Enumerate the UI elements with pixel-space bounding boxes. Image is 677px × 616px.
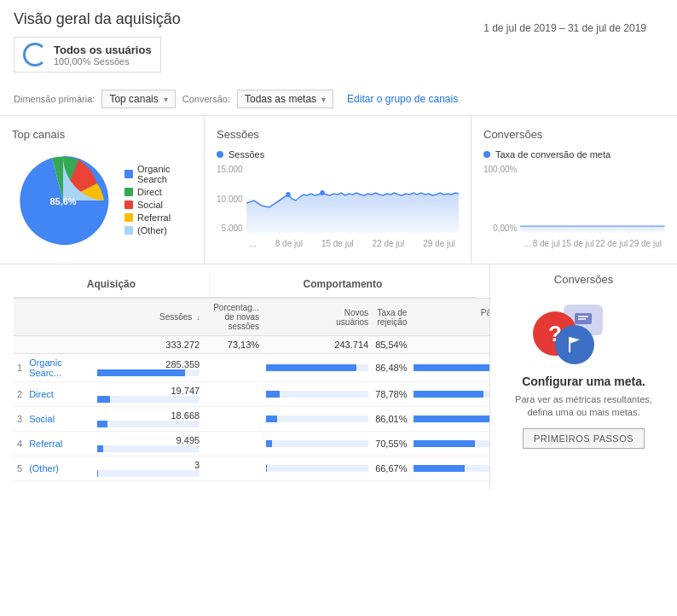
- conv-svg: [520, 165, 665, 233]
- total-new-users: 243.714: [263, 336, 372, 354]
- conv-x-labels: ...8 de jul15 de jul22 de jul29 de jul: [520, 239, 665, 248]
- total-sessions: 333.272: [94, 336, 203, 354]
- segment-circle: [23, 43, 47, 67]
- channel-link-5[interactable]: (Other): [29, 463, 59, 474]
- col-new-users: Novosusuários: [263, 299, 372, 336]
- conv-y-top: 100,00%: [483, 165, 517, 174]
- col-channel: [26, 299, 94, 336]
- row5-pct-new: [203, 456, 263, 481]
- table-row: 5 (Other) 3 66,67%: [14, 456, 489, 481]
- col-pct-new: Porcentag...de novassessões: [203, 299, 263, 336]
- sessoes-x-labels: ...8 de jul15 de jul22 de jul29 de jul: [246, 239, 459, 248]
- row2-new-users: [263, 382, 372, 407]
- row5-rank: 5: [14, 456, 26, 481]
- data-table: Sessões ↓ Porcentag...de novassessões No…: [14, 298, 489, 481]
- page-title: Visão geral da aquisição: [14, 10, 181, 28]
- table-row: 3 Social 18.668 86,01%: [14, 407, 489, 432]
- sessoes-legend-dot: [217, 151, 223, 158]
- flag-icon: [555, 325, 594, 364]
- row3-channel: Social: [26, 407, 94, 432]
- channel-link-4[interactable]: Referral: [29, 439, 62, 449]
- pie-chart: 85,6%: [12, 149, 114, 252]
- row1-rank: 1: [14, 354, 26, 382]
- row4-bounce: 70,55%: [372, 432, 410, 456]
- svg-point-2: [320, 190, 324, 195]
- data-section: Aquisição Comportamento Sessões ↓ Porcen…: [0, 264, 677, 490]
- row2-rank: 2: [14, 382, 26, 407]
- primeiros-passos-button[interactable]: PRIMEIROS PASSOS: [523, 428, 645, 449]
- conversions-panel: Conversões ?: [489, 264, 677, 490]
- col-pages: Páginas /sessão: [410, 299, 489, 336]
- user-segment[interactable]: Todos os usuários 100,00% Sessões: [14, 37, 161, 73]
- channel-link-3[interactable]: Social: [29, 414, 55, 424]
- conversoes-title: Conversões: [483, 128, 665, 141]
- row2-pages: [410, 382, 489, 407]
- y-label-3: 5.000: [217, 224, 243, 233]
- top-canais-title: Top canais: [12, 128, 192, 141]
- sessoes-title: Sessões: [217, 128, 459, 141]
- total-bounce: 85,54%: [372, 336, 410, 354]
- channel-link-2[interactable]: Direct: [29, 389, 54, 399]
- col-sessions[interactable]: Sessões ↓: [94, 299, 203, 336]
- row5-new-users: [263, 456, 372, 481]
- row1-sessions: 285.359: [94, 354, 203, 382]
- col-bounce: Taxa derejeição: [372, 299, 410, 336]
- row1-pct-new: [203, 354, 263, 382]
- row2-channel: Direct: [26, 382, 94, 407]
- row1-pages: [410, 354, 489, 382]
- total-channel: [26, 336, 94, 354]
- goal-icons: ?: [512, 305, 655, 364]
- table-row: 2 Direct 19.747 78,78%: [14, 382, 489, 407]
- charts-row: Top canais 85,6% Organic Sea: [0, 116, 677, 264]
- channel-link-1[interactable]: Organic Searc...: [29, 357, 62, 378]
- row3-bounce: 86,01%: [372, 407, 410, 432]
- conv-legend-label: Taxa de conversão de meta: [495, 149, 610, 160]
- sessoes-legend-label: Sessões: [229, 149, 264, 160]
- acquisition-group-header: Aquisição: [14, 273, 209, 295]
- total-pages: 1,26: [410, 336, 489, 354]
- behavior-group-header: Comportamento: [209, 273, 476, 295]
- conversoes-chart: Conversões Taxa de conversão de meta 100…: [472, 116, 677, 264]
- conversion-label: Conversão:: [182, 94, 230, 104]
- row5-channel: (Other): [26, 456, 94, 481]
- svg-text:85,6%: 85,6%: [49, 196, 76, 206]
- total-pct-new: 73,13%: [203, 336, 263, 354]
- goal-title: Configurar uma meta.: [512, 375, 655, 388]
- primary-dim-label: Dimensão primária:: [14, 94, 95, 104]
- row3-sessions: 18.668: [94, 407, 203, 432]
- col-rank: [14, 299, 26, 336]
- row1-channel: Organic Searc...: [26, 354, 94, 382]
- chevron-down-icon-2: ▾: [321, 95, 326, 104]
- chevron-down-icon: ▾: [164, 95, 168, 104]
- row1-bounce: 86,48%: [372, 354, 410, 382]
- row2-bounce: 78,78%: [372, 382, 410, 407]
- goal-desc: Para ver as métricas resultantes, defina…: [512, 393, 655, 420]
- row4-sessions: 9.495: [94, 432, 203, 456]
- date-range: 1 de jul de 2019 – 31 de jul de 2019: [483, 22, 646, 34]
- row4-new-users: [263, 432, 372, 456]
- conversion-select[interactable]: Todas as metas ▾: [237, 90, 333, 108]
- row5-pages: [410, 456, 489, 481]
- conversions-section-title: Conversões: [504, 273, 663, 289]
- row2-sessions: 19.747: [94, 382, 203, 407]
- filters-bar: Dimensão primária: Top canais ▾ Conversã…: [0, 86, 677, 116]
- goal-setup-panel: ? Configurar uma meta. Para ver as métri…: [504, 296, 663, 457]
- table-row: 1 Organic Searc... 285.359 86,48%: [14, 354, 489, 382]
- row2-pct-new: [203, 382, 263, 407]
- row4-rank: 4: [14, 432, 26, 456]
- svg-point-1: [286, 192, 290, 197]
- row3-rank: 3: [14, 407, 26, 432]
- pie-legend: Organic Search Direct Social Referral (O…: [124, 164, 192, 238]
- y-label-2: 10.000: [217, 195, 243, 204]
- row4-channel: Referral: [26, 432, 94, 456]
- sessoes-chart: Sessões Sessões 15.000 10.000 5.000: [205, 116, 472, 264]
- conv-legend-dot: [483, 151, 490, 158]
- row5-bounce: 66,67%: [372, 456, 410, 481]
- primary-dim-select[interactable]: Top canais ▾: [101, 90, 175, 108]
- edit-channels-link[interactable]: Editar o grupo de canais: [347, 93, 458, 105]
- row4-pages: [410, 432, 489, 456]
- segment-label: Todos os usuários: [54, 44, 152, 56]
- row3-new-users: [263, 407, 372, 432]
- row3-pct-new: [203, 407, 263, 432]
- row1-new-users: [263, 354, 372, 382]
